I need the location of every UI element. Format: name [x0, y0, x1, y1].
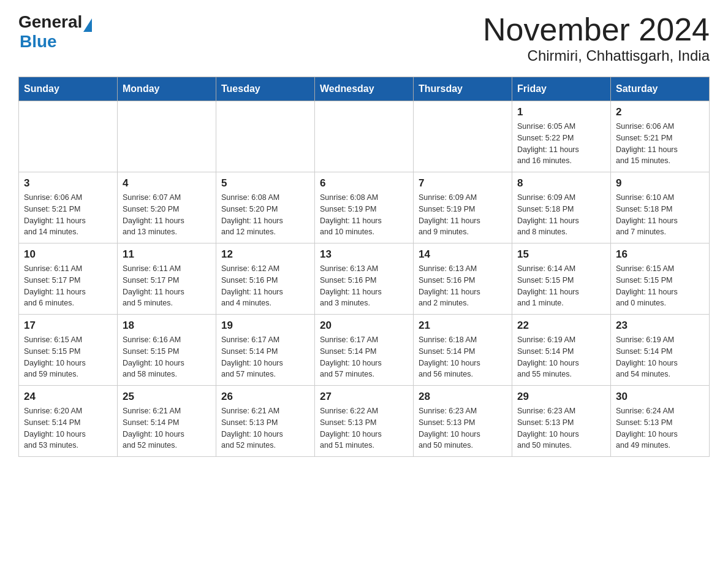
calendar-cell-w4-d6: 23Sunrise: 6:19 AMSunset: 5:14 PMDayligh… [611, 315, 710, 386]
day-number: 3 [24, 177, 112, 190]
month-title: November 2024 [483, 12, 710, 47]
day-number: 11 [123, 248, 211, 261]
calendar-cell-w1-d0 [19, 101, 118, 172]
day-number: 4 [123, 177, 211, 190]
day-info: Sunrise: 6:12 AMSunset: 5:16 PMDaylight:… [221, 263, 309, 309]
calendar-cell-w5-d3: 27Sunrise: 6:22 AMSunset: 5:13 PMDayligh… [315, 386, 414, 457]
day-info: Sunrise: 6:07 AMSunset: 5:20 PMDaylight:… [123, 192, 211, 238]
day-number: 14 [419, 248, 507, 261]
calendar-cell-w5-d6: 30Sunrise: 6:24 AMSunset: 5:13 PMDayligh… [611, 386, 710, 457]
calendar-cell-w5-d1: 25Sunrise: 6:21 AMSunset: 5:14 PMDayligh… [118, 386, 216, 457]
day-number: 26 [221, 391, 309, 403]
calendar-cell-w1-d4 [414, 101, 512, 172]
day-number: 25 [123, 391, 211, 403]
calendar-cell-w1-d2 [216, 101, 315, 172]
day-number: 24 [24, 391, 112, 403]
calendar-cell-w3-d1: 11Sunrise: 6:11 AMSunset: 5:17 PMDayligh… [118, 243, 216, 315]
calendar-cell-w4-d1: 18Sunrise: 6:16 AMSunset: 5:15 PMDayligh… [118, 315, 216, 386]
day-number: 20 [320, 320, 408, 332]
day-number: 15 [517, 248, 605, 261]
day-info: Sunrise: 6:14 AMSunset: 5:15 PMDaylight:… [517, 263, 605, 309]
day-info: Sunrise: 6:24 AMSunset: 5:13 PMDaylight:… [616, 405, 704, 451]
day-number: 12 [221, 248, 309, 261]
day-number: 2 [616, 106, 704, 118]
week-row-5: 24Sunrise: 6:20 AMSunset: 5:14 PMDayligh… [19, 386, 710, 457]
header-tuesday: Tuesday [216, 77, 315, 101]
week-row-1: 1Sunrise: 6:05 AMSunset: 5:22 PMDaylight… [19, 101, 710, 172]
day-info: Sunrise: 6:05 AMSunset: 5:22 PMDaylight:… [517, 121, 605, 167]
week-row-2: 3Sunrise: 6:06 AMSunset: 5:21 PMDaylight… [19, 172, 710, 243]
calendar-cell-w3-d3: 13Sunrise: 6:13 AMSunset: 5:16 PMDayligh… [315, 243, 414, 315]
header-sunday: Sunday [19, 77, 118, 101]
day-info: Sunrise: 6:15 AMSunset: 5:15 PMDaylight:… [616, 263, 704, 309]
day-info: Sunrise: 6:17 AMSunset: 5:14 PMDaylight:… [320, 334, 408, 380]
header-monday: Monday [118, 77, 216, 101]
day-info: Sunrise: 6:23 AMSunset: 5:13 PMDaylight:… [419, 405, 507, 451]
day-number: 18 [123, 320, 211, 332]
logo: General Blue [18, 12, 92, 52]
day-number: 23 [616, 320, 704, 332]
header-friday: Friday [512, 77, 611, 101]
day-number: 6 [320, 177, 408, 190]
calendar-cell-w2-d5: 8Sunrise: 6:09 AMSunset: 5:18 PMDaylight… [512, 172, 611, 243]
header-saturday: Saturday [611, 77, 710, 101]
calendar-cell-w4-d4: 21Sunrise: 6:18 AMSunset: 5:14 PMDayligh… [414, 315, 512, 386]
day-info: Sunrise: 6:18 AMSunset: 5:14 PMDaylight:… [419, 334, 507, 380]
day-number: 29 [517, 391, 605, 403]
logo-general-text: General [18, 12, 82, 32]
calendar-cell-w1-d5: 1Sunrise: 6:05 AMSunset: 5:22 PMDaylight… [512, 101, 611, 172]
week-row-4: 17Sunrise: 6:15 AMSunset: 5:15 PMDayligh… [19, 315, 710, 386]
header-wednesday: Wednesday [315, 77, 414, 101]
day-number: 13 [320, 248, 408, 261]
day-info: Sunrise: 6:09 AMSunset: 5:18 PMDaylight:… [517, 192, 605, 238]
day-number: 19 [221, 320, 309, 332]
location-title: Chirmiri, Chhattisgarh, India [483, 47, 710, 64]
day-info: Sunrise: 6:20 AMSunset: 5:14 PMDaylight:… [24, 405, 112, 451]
day-info: Sunrise: 6:09 AMSunset: 5:19 PMDaylight:… [419, 192, 507, 238]
day-info: Sunrise: 6:06 AMSunset: 5:21 PMDaylight:… [616, 121, 704, 167]
day-info: Sunrise: 6:13 AMSunset: 5:16 PMDaylight:… [419, 263, 507, 309]
calendar-cell-w5-d4: 28Sunrise: 6:23 AMSunset: 5:13 PMDayligh… [414, 386, 512, 457]
day-number: 1 [517, 106, 605, 118]
day-number: 17 [24, 320, 112, 332]
calendar-cell-w1-d6: 2Sunrise: 6:06 AMSunset: 5:21 PMDaylight… [611, 101, 710, 172]
day-info: Sunrise: 6:08 AMSunset: 5:20 PMDaylight:… [221, 192, 309, 238]
calendar-cell-w3-d4: 14Sunrise: 6:13 AMSunset: 5:16 PMDayligh… [414, 243, 512, 315]
day-number: 22 [517, 320, 605, 332]
calendar-cell-w3-d0: 10Sunrise: 6:11 AMSunset: 5:17 PMDayligh… [19, 243, 118, 315]
day-info: Sunrise: 6:17 AMSunset: 5:14 PMDaylight:… [221, 334, 309, 380]
calendar-cell-w4-d0: 17Sunrise: 6:15 AMSunset: 5:15 PMDayligh… [19, 315, 118, 386]
day-number: 16 [616, 248, 704, 261]
day-number: 9 [616, 177, 704, 190]
day-info: Sunrise: 6:10 AMSunset: 5:18 PMDaylight:… [616, 192, 704, 238]
day-info: Sunrise: 6:16 AMSunset: 5:15 PMDaylight:… [123, 334, 211, 380]
calendar-cell-w1-d3 [315, 101, 414, 172]
day-info: Sunrise: 6:22 AMSunset: 5:13 PMDaylight:… [320, 405, 408, 451]
day-info: Sunrise: 6:06 AMSunset: 5:21 PMDaylight:… [24, 192, 112, 238]
calendar-cell-w2-d1: 4Sunrise: 6:07 AMSunset: 5:20 PMDaylight… [118, 172, 216, 243]
day-info: Sunrise: 6:19 AMSunset: 5:14 PMDaylight:… [517, 334, 605, 380]
day-info: Sunrise: 6:23 AMSunset: 5:13 PMDaylight:… [517, 405, 605, 451]
calendar-cell-w4-d3: 20Sunrise: 6:17 AMSunset: 5:14 PMDayligh… [315, 315, 414, 386]
logo-blue-text: Blue [20, 32, 57, 52]
title-block: November 2024 Chirmiri, Chhattisgarh, In… [483, 12, 710, 64]
day-info: Sunrise: 6:15 AMSunset: 5:15 PMDaylight:… [24, 334, 112, 380]
day-info: Sunrise: 6:08 AMSunset: 5:19 PMDaylight:… [320, 192, 408, 238]
day-number: 27 [320, 391, 408, 403]
day-number: 10 [24, 248, 112, 261]
weekday-header-row: Sunday Monday Tuesday Wednesday Thursday… [19, 77, 710, 101]
logo-triangle-icon [83, 18, 92, 32]
day-number: 28 [419, 391, 507, 403]
calendar-cell-w2-d6: 9Sunrise: 6:10 AMSunset: 5:18 PMDaylight… [611, 172, 710, 243]
calendar-cell-w4-d5: 22Sunrise: 6:19 AMSunset: 5:14 PMDayligh… [512, 315, 611, 386]
calendar-cell-w4-d2: 19Sunrise: 6:17 AMSunset: 5:14 PMDayligh… [216, 315, 315, 386]
calendar-cell-w5-d0: 24Sunrise: 6:20 AMSunset: 5:14 PMDayligh… [19, 386, 118, 457]
calendar-cell-w5-d5: 29Sunrise: 6:23 AMSunset: 5:13 PMDayligh… [512, 386, 611, 457]
day-info: Sunrise: 6:11 AMSunset: 5:17 PMDaylight:… [24, 263, 112, 309]
day-info: Sunrise: 6:21 AMSunset: 5:13 PMDaylight:… [221, 405, 309, 451]
week-row-3: 10Sunrise: 6:11 AMSunset: 5:17 PMDayligh… [19, 243, 710, 315]
calendar-table: Sunday Monday Tuesday Wednesday Thursday… [18, 77, 710, 457]
calendar-cell-w3-d2: 12Sunrise: 6:12 AMSunset: 5:16 PMDayligh… [216, 243, 315, 315]
day-number: 8 [517, 177, 605, 190]
calendar-cell-w3-d5: 15Sunrise: 6:14 AMSunset: 5:15 PMDayligh… [512, 243, 611, 315]
